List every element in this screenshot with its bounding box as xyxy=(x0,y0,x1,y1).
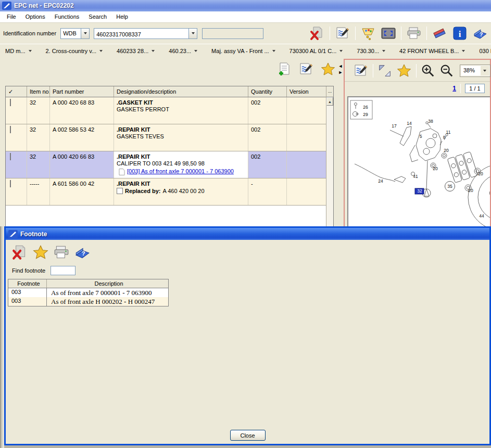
notes-button[interactable] xyxy=(298,61,314,77)
breadcrumb-item-subgroup[interactable]: 030 FRONT W xyxy=(479,48,491,54)
header-designation: Designation/description xyxy=(114,86,248,97)
add-document-button[interactable] xyxy=(276,61,292,77)
row-checkbox[interactable] xyxy=(10,153,11,160)
toolbar-separator xyxy=(330,27,330,40)
column-options-button[interactable]: ... xyxy=(326,86,333,97)
svg-text:41: 41 xyxy=(413,174,418,179)
close-document-button[interactable] xyxy=(309,25,325,41)
header-quantity: Quantity xyxy=(248,86,287,97)
print-icon xyxy=(53,244,70,261)
footnote-row[interactable]: 003 As of front axle 7 000001 - 7 063900 xyxy=(8,288,168,297)
menu-help[interactable]: Help xyxy=(111,12,133,21)
menu-functions[interactable]: Functions xyxy=(50,12,84,21)
part-number: A 002 586 53 42 xyxy=(50,124,114,151)
part-number: A 000 420 68 83 xyxy=(50,97,114,124)
chevron-down-icon xyxy=(462,50,465,52)
row-checkbox[interactable] xyxy=(10,99,11,106)
svg-text:17: 17 xyxy=(392,123,397,129)
wmi-combo[interactable]: WDB xyxy=(60,28,90,39)
scroll-up-button[interactable]: ▲ xyxy=(326,97,333,106)
part-number: A 601 586 00 42 xyxy=(50,178,114,205)
favorites-button[interactable] xyxy=(320,61,336,77)
collapse-right-icon[interactable]: ► xyxy=(338,70,343,75)
item-no: 32 xyxy=(27,151,50,178)
zoom-out-icon xyxy=(439,63,454,78)
menu-options[interactable]: Options xyxy=(21,12,50,21)
zoom-level-combo[interactable]: 38% xyxy=(460,65,490,76)
close-document-icon xyxy=(309,25,325,41)
quantity: - xyxy=(248,178,287,205)
info-button[interactable] xyxy=(452,25,468,41)
breadcrumb-item-class[interactable]: 2. Cross-country v... xyxy=(46,48,103,54)
page-indicator: 1 / 1 xyxy=(465,84,485,93)
breadcrumb-item-series[interactable]: 460.23... xyxy=(169,48,197,54)
document-icon xyxy=(119,168,125,176)
zoom-out-button[interactable] xyxy=(439,63,454,79)
breadcrumb-item-type[interactable]: 460233 28... xyxy=(117,48,155,54)
window-title: EPC net - EPC02202 xyxy=(14,2,74,9)
wmi-value: WDB xyxy=(61,29,81,39)
footnote-dialog-titlebar: Footnote xyxy=(6,228,489,240)
row-checkbox[interactable] xyxy=(10,180,11,187)
table-row[interactable]: 32 A 000 420 68 83 .GASKET KIT GASKETS P… xyxy=(6,97,333,124)
collapse-left-icon[interactable]: ◄ xyxy=(338,63,343,69)
add-document-icon xyxy=(276,61,292,77)
fit-screen-button[interactable] xyxy=(381,25,396,41)
eraser-button[interactable] xyxy=(432,25,447,41)
print-button[interactable] xyxy=(406,25,422,41)
favorites-button[interactable] xyxy=(396,63,412,79)
notes-icon xyxy=(353,63,369,79)
help-button[interactable] xyxy=(73,244,91,261)
footnote-link[interactable]: [003] As of front axle 7 000001 - 7 0639… xyxy=(127,168,245,175)
window-bottom-edge xyxy=(0,445,491,448)
eraser-icon xyxy=(432,25,447,41)
app-quill-icon xyxy=(8,230,18,238)
breadcrumb-item-model[interactable]: MD m... xyxy=(5,48,32,54)
chevron-down-icon xyxy=(194,50,197,52)
zoom-dropdown-button[interactable] xyxy=(481,66,489,75)
description: GASKETS TEVES xyxy=(117,133,248,140)
toolbar-separator xyxy=(416,64,417,78)
image-toolbar: 38% xyxy=(345,60,490,82)
row-checkbox[interactable] xyxy=(10,126,11,133)
designation-cell: .GASKET KIT GASKETS PERROT xyxy=(114,97,248,124)
chevron-down-icon xyxy=(152,50,155,52)
replaced-by-checkbox[interactable] xyxy=(117,188,123,194)
svg-text:38: 38 xyxy=(428,119,433,124)
vin-dropdown-button[interactable] xyxy=(188,29,197,39)
breadcrumb-item-group[interactable]: 42 FRONT WHEEL B... xyxy=(399,48,465,54)
fit-screen-icon xyxy=(381,25,396,41)
designation-cell: .REPAIR KIT Replaced by: A 460 420 00 20 xyxy=(114,178,248,205)
breadcrumb-item-assembly[interactable]: Maj. assy VA - Front ... xyxy=(211,48,275,54)
table-row[interactable]: ----- A 601 586 00 42 .REPAIR KIT Replac… xyxy=(6,178,333,206)
vin-input[interactable] xyxy=(94,29,188,39)
replaced-by-label: Replaced by: xyxy=(125,188,160,194)
close-document-button[interactable] xyxy=(11,244,28,261)
table-row[interactable]: 32 A 002 586 53 42 .REPAIR KIT GASKETS T… xyxy=(6,124,333,151)
notes-button[interactable] xyxy=(335,25,350,41)
fit-image-button[interactable] xyxy=(377,63,392,79)
breadcrumb-item-al[interactable]: 730300 AL 0/1 C... xyxy=(289,48,343,54)
wmi-dropdown-button[interactable] xyxy=(81,29,89,39)
notes-button[interactable] xyxy=(353,63,369,79)
svg-text:29: 29 xyxy=(363,112,368,117)
quantity: 002 xyxy=(248,124,287,151)
parts-basket-button[interactable] xyxy=(360,25,376,41)
breadcrumb-item-subseries[interactable]: 730.30... xyxy=(357,48,385,54)
find-footnote-input[interactable] xyxy=(51,266,75,275)
footnote-description: As of front axle H 000202 - H 000247 xyxy=(47,297,168,306)
close-button[interactable]: Close xyxy=(230,430,266,441)
table-row-selected[interactable]: 32 A 000 420 66 83 .REPAIR KIT CALIPER T… xyxy=(6,151,333,178)
zoom-in-button[interactable] xyxy=(421,63,435,79)
favorites-button[interactable] xyxy=(32,244,49,261)
header-version: Version xyxy=(287,86,326,97)
print-button[interactable] xyxy=(53,244,70,261)
footnote-row[interactable]: 003 As of front axle H 000202 - H 000247 xyxy=(8,297,168,306)
designation-cell: .REPAIR KIT GASKETS TEVES xyxy=(114,124,248,151)
menu-search[interactable]: Search xyxy=(84,12,111,21)
parts-toolbar xyxy=(250,61,336,77)
page-number-link[interactable]: 1 xyxy=(452,85,456,92)
help-button[interactable] xyxy=(472,25,488,41)
vin-combo[interactable] xyxy=(94,28,197,39)
menu-file[interactable]: File xyxy=(2,12,21,21)
